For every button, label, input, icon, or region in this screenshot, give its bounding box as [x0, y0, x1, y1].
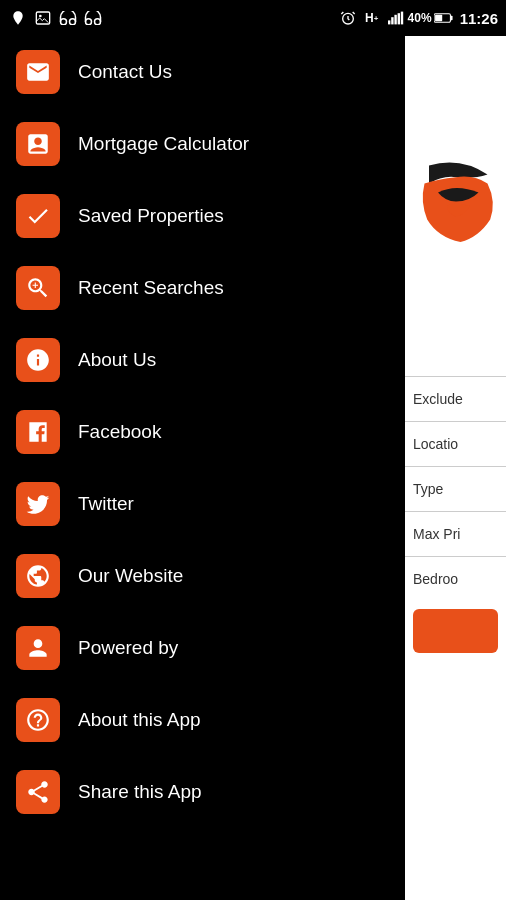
powered-by-icon	[16, 626, 60, 670]
battery-icon	[434, 8, 454, 28]
logo-area	[405, 36, 506, 376]
app-logo	[411, 151, 501, 261]
twitter-label: Twitter	[78, 493, 134, 515]
navigation-drawer: Contact Us Mortgage Calculator Saved Pro…	[0, 36, 405, 900]
right-panel: Exclude Locatio Type Max Pri Bedroo	[405, 36, 506, 900]
menu-item-contact-us[interactable]: Contact Us	[0, 36, 405, 108]
status-bar: H+ 40% 11:26	[0, 0, 506, 36]
twitter-icon	[16, 482, 60, 526]
location-icon	[8, 8, 28, 28]
mortgage-label: Mortgage Calculator	[78, 133, 249, 155]
our-website-label: Our Website	[78, 565, 183, 587]
menu-item-recent-searches[interactable]: Recent Searches	[0, 252, 405, 324]
svg-point-3	[61, 19, 67, 25]
about-us-label: About Us	[78, 349, 156, 371]
filter-location: Locatio	[405, 421, 506, 466]
svg-rect-15	[435, 15, 442, 21]
battery-percent: 40%	[410, 8, 430, 28]
menu-item-about-app[interactable]: About this App	[0, 684, 405, 756]
svg-point-4	[70, 19, 76, 25]
menu-item-saved-properties[interactable]: Saved Properties	[0, 180, 405, 252]
mortgage-icon	[16, 122, 60, 166]
svg-rect-9	[391, 17, 393, 24]
filter-list: Exclude Locatio Type Max Pri Bedroo	[405, 376, 506, 900]
facebook-label: Facebook	[78, 421, 161, 443]
svg-rect-12	[400, 12, 402, 25]
menu-item-about-us[interactable]: About Us	[0, 324, 405, 396]
svg-point-5	[86, 19, 92, 25]
filter-exclude: Exclude	[405, 376, 506, 421]
svg-point-6	[95, 19, 101, 25]
menu-item-mortgage[interactable]: Mortgage Calculator	[0, 108, 405, 180]
contact-us-label: Contact Us	[78, 61, 172, 83]
saved-properties-icon	[16, 194, 60, 238]
recent-searches-icon	[16, 266, 60, 310]
signal-icon	[386, 8, 406, 28]
menu-item-share-app[interactable]: Share this App	[0, 756, 405, 828]
music-icon	[58, 8, 78, 28]
filter-bedrooms: Bedroo	[405, 556, 506, 601]
menu-item-facebook[interactable]: Facebook	[0, 396, 405, 468]
about-app-label: About this App	[78, 709, 201, 731]
main-container: Contact Us Mortgage Calculator Saved Pro…	[0, 36, 506, 900]
filter-max-price: Max Pri	[405, 511, 506, 556]
network-icon: H+	[362, 8, 382, 28]
menu-item-powered-by[interactable]: Powered by	[0, 612, 405, 684]
svg-point-2	[39, 15, 42, 18]
share-app-icon	[16, 770, 60, 814]
contact-us-icon	[16, 50, 60, 94]
powered-by-label: Powered by	[78, 637, 178, 659]
time-display: 11:26	[460, 10, 498, 27]
svg-rect-11	[397, 13, 399, 24]
alarm-icon	[338, 8, 358, 28]
status-icons-left	[8, 8, 103, 28]
menu-item-twitter[interactable]: Twitter	[0, 468, 405, 540]
our-website-icon	[16, 554, 60, 598]
search-filter-button[interactable]	[413, 609, 498, 653]
share-app-label: Share this App	[78, 781, 202, 803]
headphones-icon	[83, 8, 103, 28]
about-app-icon	[16, 698, 60, 742]
about-us-icon	[16, 338, 60, 382]
facebook-icon	[16, 410, 60, 454]
image-icon	[33, 8, 53, 28]
svg-rect-14	[450, 16, 452, 20]
recent-searches-label: Recent Searches	[78, 277, 224, 299]
filter-type: Type	[405, 466, 506, 511]
saved-properties-label: Saved Properties	[78, 205, 224, 227]
svg-rect-10	[394, 15, 396, 25]
svg-rect-8	[388, 20, 390, 24]
status-icons-right: H+ 40% 11:26	[338, 8, 498, 28]
menu-item-our-website[interactable]: Our Website	[0, 540, 405, 612]
